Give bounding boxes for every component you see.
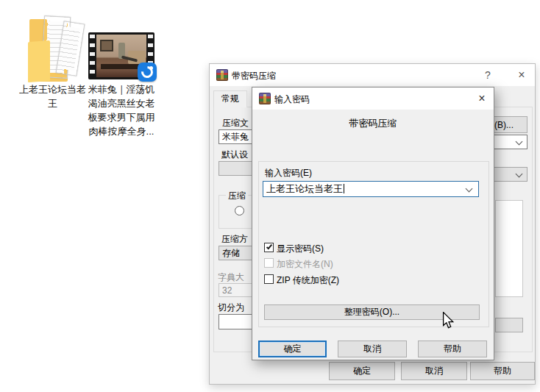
film-sprocket-left (90, 35, 95, 77)
checkbox-zip-legacy-label[interactable]: ZIP 传统加密(Z) (277, 274, 339, 287)
dictionary-size-label: 字典大 (218, 271, 244, 284)
tab-general[interactable]: 常规 (213, 90, 247, 107)
sync-badge-icon (138, 63, 157, 82)
video-thumbnail-icon (88, 32, 154, 79)
archive-name-label: 压缩文 (222, 117, 249, 129)
method-label: 压缩方 (221, 233, 248, 246)
split-volume-label: 切分为 (218, 302, 244, 314)
right-button-fragment[interactable] (495, 318, 523, 332)
ok-button[interactable]: 确定 (258, 341, 327, 357)
ok-button[interactable]: 确定 (329, 362, 395, 380)
desktop-icon-video[interactable]: 米菲兔｜淫荡饥 渴油亮黑丝女老 板要求男下属用 肉棒按摩全身... (82, 29, 160, 147)
password-label: 输入密码(E) (265, 167, 312, 179)
compress-dialog-titlebar[interactable]: 带密码压缩 ? × (210, 64, 535, 86)
help-button[interactable]: 帮助 (418, 341, 487, 357)
video-label-line: 渴油亮黑丝女老 (82, 96, 160, 110)
format-radio[interactable] (235, 206, 244, 215)
right-listbox[interactable] (495, 200, 523, 297)
password-dialog-titlebar[interactable]: 输入密码 × (252, 88, 494, 110)
help-caption-button[interactable]: ? (475, 64, 501, 86)
help-button[interactable]: 帮助 (470, 362, 535, 380)
chevron-down-icon (516, 171, 523, 178)
dialog-heading: 带密码压缩 (252, 117, 494, 130)
mouse-cursor (442, 312, 454, 329)
check-icon (266, 243, 272, 250)
password-value: 上老王论坛当老王 (266, 183, 343, 194)
checkbox-show-password-label[interactable]: 显示密码(S) (277, 243, 324, 255)
text-caret (344, 184, 344, 193)
video-label-line: 米菲兔｜淫荡饥 (82, 82, 160, 96)
folder-icon (24, 10, 84, 84)
password-dialog-title: 输入密码 (274, 93, 310, 106)
chevron-down-icon (516, 138, 523, 146)
video-label-line: 肉棒按摩全身... (82, 124, 160, 138)
video-label-line: 板要求男下属用 (82, 110, 160, 124)
compression-group-label: 压缩 (226, 190, 248, 202)
chevron-down-icon (466, 185, 473, 193)
checkbox-encrypt-filenames (264, 258, 274, 268)
close-button[interactable]: × (508, 64, 535, 86)
winrar-icon (216, 69, 228, 81)
checkbox-encrypt-filenames-label: 加密文件名(N) (277, 258, 333, 271)
close-button[interactable]: × (469, 88, 495, 110)
winrar-icon (259, 93, 271, 104)
password-combobox[interactable]: 上老王论坛当老王 (263, 181, 479, 197)
checkbox-zip-legacy[interactable] (264, 274, 274, 284)
checkbox-show-password[interactable] (264, 243, 274, 252)
password-dialog-window: 输入密码 × 带密码压缩 输入密码(E) 上老王论坛当老王 显示密码(S) 加密… (252, 87, 494, 360)
cancel-button[interactable]: 取消 (338, 341, 407, 357)
profile-label: 默认设 (221, 149, 248, 161)
cancel-button[interactable]: 取消 (401, 362, 467, 380)
compress-dialog-title: 带密码压缩 (232, 70, 276, 82)
